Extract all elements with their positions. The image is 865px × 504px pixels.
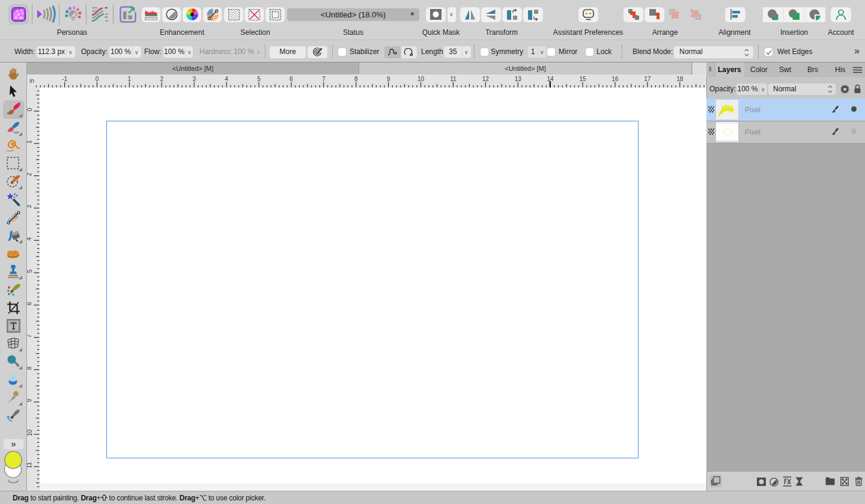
svg-text:0: 0 xyxy=(27,108,33,111)
svg-text:10: 10 xyxy=(27,430,33,437)
svg-text:5: 5 xyxy=(257,76,261,82)
svg-text:3: 3 xyxy=(27,205,33,208)
svg-text:4: 4 xyxy=(225,76,228,82)
svg-text:5: 5 xyxy=(27,269,33,273)
svg-text:2: 2 xyxy=(160,76,164,82)
svg-text:9: 9 xyxy=(27,398,33,402)
svg-text:11: 11 xyxy=(27,462,33,469)
svg-text:1: 1 xyxy=(128,76,132,82)
svg-text:13: 13 xyxy=(515,76,522,82)
svg-text:17: 17 xyxy=(644,76,651,82)
svg-text:6: 6 xyxy=(290,76,293,82)
svg-text:-1: -1 xyxy=(62,76,67,82)
svg-text:9: 9 xyxy=(387,76,390,82)
svg-text:15: 15 xyxy=(579,76,586,82)
svg-text:2: 2 xyxy=(27,172,33,176)
svg-text:7: 7 xyxy=(322,76,326,82)
svg-text:6: 6 xyxy=(27,302,33,305)
svg-text:7: 7 xyxy=(27,334,33,338)
svg-text:12: 12 xyxy=(482,76,490,82)
svg-text:1: 1 xyxy=(27,140,33,144)
svg-text:18: 18 xyxy=(676,76,684,82)
svg-text:0: 0 xyxy=(96,76,99,82)
svg-text:3: 3 xyxy=(192,76,196,82)
svg-text:8: 8 xyxy=(354,76,358,82)
svg-text:8: 8 xyxy=(27,366,33,370)
svg-text:16: 16 xyxy=(612,76,619,82)
svg-text:10: 10 xyxy=(417,76,425,82)
svg-text:4: 4 xyxy=(27,237,33,240)
svg-text:11: 11 xyxy=(450,76,457,82)
